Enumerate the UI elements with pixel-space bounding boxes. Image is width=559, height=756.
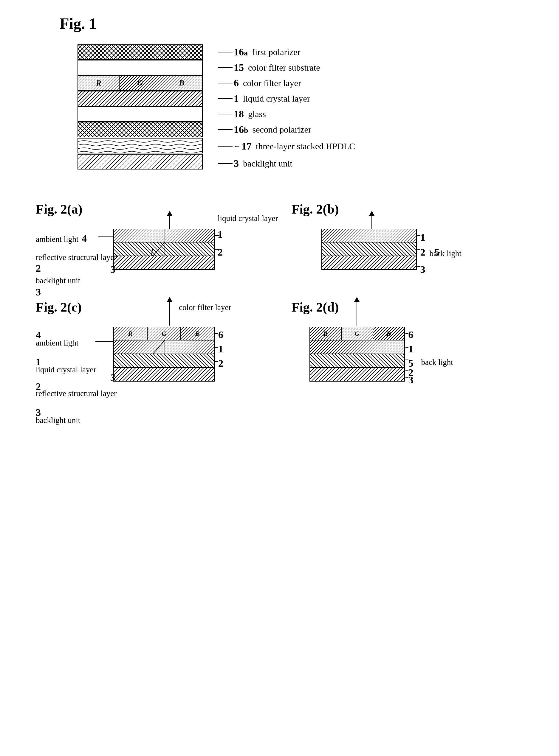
- fig2d-layer6: R G B: [310, 327, 405, 340]
- fig2b-num1: 1: [420, 232, 425, 243]
- fig2c-layer2: [113, 354, 215, 368]
- fig2b-diagram: 1 2 5 back light 3: [321, 229, 435, 270]
- line-c-6: [215, 333, 218, 334]
- label-15: 15 color filter substrate: [218, 60, 355, 75]
- fig2d-panel: Fig. 2(d) R: [280, 300, 530, 382]
- fig2d-layer1: [310, 340, 405, 354]
- fig2c-lc-text: liquid crystal layer: [36, 365, 96, 374]
- line-to-2: [215, 249, 219, 250]
- layer-16b: [77, 122, 203, 137]
- label-3: 3 backlight unit: [218, 155, 355, 172]
- fig2a-num1: 1: [218, 229, 223, 240]
- fig2d-diagram: R G B: [310, 327, 435, 382]
- line-b-1: [417, 235, 420, 236]
- label-17: ← 17 three-layer stacked HPDLC: [218, 138, 355, 155]
- fig2b-num2: 2: [420, 246, 425, 258]
- page: Fig. 1 R G B: [0, 0, 559, 397]
- fig2a-num3: 3: [110, 264, 115, 275]
- fig2d-num6: 6: [408, 329, 413, 340]
- fig2b-vline1: [370, 229, 370, 242]
- fig1-section: Fig. 1 R G B: [30, 15, 529, 172]
- rgb-g: G: [119, 76, 160, 90]
- layer-17: [77, 138, 203, 153]
- fig2d-title: Fig. 2(d): [292, 300, 530, 315]
- line-c-2: [215, 361, 218, 362]
- svg-line-1: [151, 249, 153, 256]
- layer-6: R G B: [77, 75, 203, 91]
- rgb-r: R: [78, 76, 119, 90]
- fig2d-num1: 1: [408, 344, 413, 355]
- fig2c-arrow-up: [167, 297, 172, 326]
- fig2d-layer2: [310, 354, 405, 368]
- fig2c-diag-svg: [114, 340, 214, 354]
- fig2a-bl-label: backlight unit: [36, 276, 80, 285]
- fig2a-layer3: [113, 256, 215, 270]
- fig2c-arrow-head: [167, 297, 172, 302]
- fig2b-layer3: [321, 256, 417, 270]
- layer-15: [77, 60, 203, 75]
- fig2c-bl-label: backlight unit: [36, 416, 80, 425]
- label-16a: 16a first polarizer: [218, 44, 355, 60]
- fig2a-layer2-wrapper: [113, 242, 215, 256]
- fig2b-panel: Fig. 2(b): [280, 202, 530, 270]
- layer-18: [77, 107, 203, 122]
- line-b-2: [417, 249, 420, 250]
- fig2b-vline2: [370, 242, 370, 256]
- fig2c-rgb-r: R: [114, 327, 147, 340]
- fig2c-refl-text: reflective structural layer: [36, 389, 116, 398]
- fig2b-arrow-head: [369, 211, 375, 216]
- line-b-3: [417, 266, 420, 267]
- fig2d-num3: 3: [408, 374, 413, 386]
- line-to-1: [215, 235, 219, 236]
- fig2c-rgb-b: B: [181, 327, 214, 340]
- ambient-arrow-line: [98, 236, 113, 237]
- fig2b-layer2: [321, 242, 417, 256]
- fig2-ab-row: Fig. 2(a): [30, 202, 529, 270]
- diag-arrow-svg: [114, 242, 214, 256]
- fig2a-num2: 2: [218, 246, 223, 258]
- fig2b-num3: 3: [420, 264, 425, 275]
- fig1-layer-stack: R G B: [77, 44, 209, 169]
- fig1-title: Fig. 1: [60, 15, 529, 32]
- fig2c-title: Fig. 2(c): [36, 300, 280, 315]
- fig2c-layer1: [113, 340, 215, 354]
- fig2a-diagram: liquid crystal layer 1 2 3: [113, 229, 227, 270]
- fig2d-vline2: [355, 354, 355, 367]
- fig2c-layer2-fill: [114, 354, 214, 367]
- fig2c-panel: Fig. 2(c) color filter layer R: [30, 300, 280, 382]
- fig2c-cf-label: color filter layer: [179, 303, 231, 312]
- fig2d-arrow-shaft: [357, 302, 357, 326]
- layer-1: [77, 91, 203, 107]
- layer-16a: [77, 44, 203, 60]
- fig2d-backlight-label: back light: [421, 358, 453, 367]
- fig1-labels: 16a first polarizer 15 color filter subs…: [218, 44, 355, 172]
- fig2a-lc-label: liquid crystal layer: [218, 214, 278, 223]
- fig2d-vline1: [355, 340, 355, 354]
- fig2d-layer3: [310, 368, 405, 382]
- fig2c-layer6: R G B: [113, 327, 215, 340]
- fig2a-num3-left: 3: [36, 287, 41, 298]
- fig2-cd-row: Fig. 2(c) color filter layer R: [30, 300, 529, 382]
- fig2a-layer1: [113, 229, 215, 242]
- fig2b-backlight-label: back light: [430, 249, 462, 258]
- fig2c-ambient-text: ambient light: [36, 338, 79, 348]
- fig2c-num6: 6: [218, 329, 223, 340]
- fig2c-diagram: color filter layer R G: [113, 327, 239, 382]
- fig2b-arrow-up: [369, 211, 375, 229]
- fig2a-refl-label: reflective structural layer: [36, 252, 116, 263]
- fig2b-layer1: [321, 229, 417, 242]
- fig2a-num2-left: 2: [36, 263, 41, 274]
- fig2c-num3: 3: [110, 372, 115, 383]
- fig2c-arrow-shaft: [169, 302, 170, 326]
- fig2c-ambient-line: [95, 341, 113, 342]
- label-6: 6 color filter layer: [218, 75, 355, 91]
- arrow-shaft: [169, 216, 170, 229]
- rgb-b: B: [161, 76, 202, 90]
- svg-line-0: [153, 242, 164, 256]
- fig2d-arrow-up: [354, 297, 360, 326]
- fig2c-rgb-g: G: [148, 327, 181, 340]
- fig2c-layer3: [113, 368, 215, 382]
- fig2b-title: Fig. 2(b): [292, 202, 530, 217]
- fig2c-num1-r: 1: [218, 344, 223, 355]
- fig2a-arrow-up: [167, 211, 172, 229]
